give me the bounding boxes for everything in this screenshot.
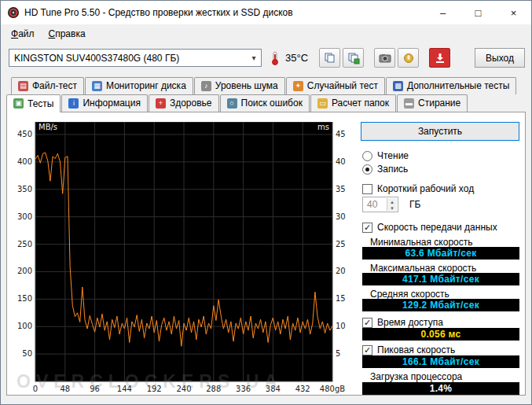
titlebar: HD Tune Pro 5.50 - Средство проверки жес… — [1, 1, 531, 24]
svg-text:MB/s: MB/s — [39, 123, 57, 131]
drive-select[interactable]: KINGSTON SUV400S37480G (480 ГБ) ▾ — [9, 49, 262, 67]
menu-file[interactable]: Файл — [4, 26, 42, 42]
radio-read[interactable]: Чтение — [362, 150, 409, 161]
menu-help[interactable]: Справка — [42, 26, 93, 42]
radio-read-indicator — [362, 151, 372, 161]
radio-write-indicator — [362, 164, 372, 175]
tab-info[interactable]: iИнформация — [61, 94, 147, 112]
svg-text:288: 288 — [206, 385, 221, 393]
svg-text:10: 10 — [336, 322, 346, 330]
svg-text:200: 200 — [17, 267, 32, 275]
spin-up-button[interactable]: ▴ — [387, 198, 397, 204]
drive-select-value: KINGSTON SUV400S37480G (480 ГБ) — [14, 53, 247, 64]
tab-label: Мониторинг диска — [106, 80, 186, 91]
access-time-label: Время доступа — [377, 317, 443, 328]
menubar: ФайлСправка — [1, 24, 531, 42]
svg-text:35: 35 — [336, 185, 346, 193]
svg-text:0: 0 — [33, 385, 38, 393]
tab-label: Стирание — [418, 98, 460, 109]
checkbox-burst-rate[interactable]: Пиковая скорость — [362, 344, 455, 355]
svg-text:300: 300 — [17, 212, 32, 221]
svg-text:150: 150 — [17, 294, 32, 303]
svg-text:400: 400 — [17, 157, 32, 166]
checkbox-short-stroke[interactable]: Короткий рабочий ход — [362, 183, 474, 194]
max-speed-value: 417.1 Мбайт/сек — [362, 273, 519, 285]
tab-noise-level[interactable]: ♪Уровень шума — [194, 77, 285, 94]
burst-rate-label: Пиковая скорость — [377, 344, 455, 355]
checkbox-access-time[interactable]: Время доступа — [362, 317, 443, 328]
svg-text:48: 48 — [60, 385, 70, 393]
svg-text:5: 5 — [336, 349, 340, 358]
content-panel: 5051001015015200202502530030350354004045… — [6, 112, 526, 396]
short-stroke-checkbox-indicator — [362, 184, 372, 194]
window-title: HD Tune Pro 5.50 - Средство проверки жес… — [24, 7, 425, 18]
tab-row-2: ▣ТестыiИнформация+Здоровье○Поиск ошибок▭… — [6, 94, 526, 112]
copy-button[interactable] — [319, 48, 340, 68]
svg-text:350: 350 — [17, 185, 32, 193]
tab-control: ▤Файл-тест▦Мониторинг диска♪Уровень шума… — [6, 77, 526, 112]
tab-tests-icon: ▣ — [13, 98, 24, 109]
tab-extra-tests-icon: ▩ — [393, 81, 403, 91]
run-button[interactable]: Запустить — [361, 122, 519, 141]
tab-label: Информация — [83, 98, 140, 109]
minimize-button[interactable]: – — [425, 1, 460, 24]
tab-label: Случайный тест — [307, 80, 378, 91]
svg-text:45: 45 — [336, 130, 346, 138]
tab-extra-tests[interactable]: ▩Дополнительные тесты — [386, 77, 516, 94]
exit-button[interactable]: Выход — [475, 48, 525, 68]
tab-label: Файл-тест — [32, 80, 77, 91]
cpu-usage-value: 1.4% — [362, 382, 519, 395]
short-stroke-value-input[interactable]: 40 ▴ ▾ — [362, 197, 398, 212]
tab-noise-level-icon: ♪ — [201, 81, 211, 91]
hand-button[interactable] — [398, 48, 419, 68]
tab-folder-usage-icon: ▭ — [317, 98, 328, 109]
dropdown-arrow-icon: ▾ — [247, 53, 261, 62]
export-button[interactable] — [343, 48, 364, 68]
hand-icon — [402, 52, 415, 64]
tab-label: Дополнительные тесты — [407, 80, 509, 91]
camera-icon — [379, 52, 391, 64]
tab-folder-usage[interactable]: ▭Расчет папок — [310, 94, 396, 112]
svg-text:20: 20 — [336, 267, 346, 275]
tab-health-icon: + — [156, 98, 166, 109]
svg-text:30: 30 — [336, 212, 346, 221]
camera-button[interactable] — [374, 48, 395, 68]
short-stroke-label: Короткий рабочий ход — [377, 183, 474, 194]
tab-disk-monitor[interactable]: ▦Мониторинг диска — [85, 77, 193, 94]
radio-write[interactable]: Запись — [362, 164, 408, 175]
download-button[interactable] — [429, 48, 450, 68]
svg-text:336: 336 — [236, 385, 251, 393]
tab-health[interactable]: +Здоровье — [149, 94, 219, 112]
transfer-checkbox-indicator — [362, 223, 372, 233]
toolbar: KINGSTON SUV400S37480G (480 ГБ) ▾ 35°C В… — [1, 42, 531, 74]
tab-info-icon: i — [68, 98, 79, 109]
svg-text:15: 15 — [336, 294, 346, 303]
svg-text:384: 384 — [266, 385, 281, 393]
close-button[interactable]: × — [496, 1, 531, 24]
svg-text:480gB: 480gB — [320, 385, 345, 393]
tab-file-test[interactable]: ▤Файл-тест — [11, 77, 84, 94]
max-speed-label: Максимальная скорость — [370, 263, 476, 274]
burst-rate-value: 166.1 Мбайт/сек — [362, 355, 519, 368]
svg-text:192: 192 — [147, 385, 162, 393]
tab-disk-monitor-icon: ▦ — [92, 81, 102, 91]
svg-text:240: 240 — [176, 385, 191, 393]
radio-read-label: Чтение — [377, 150, 409, 161]
svg-text:450: 450 — [17, 130, 32, 138]
radio-write-label: Запись — [377, 164, 408, 175]
min-speed-value: 63.6 Мбайт/сек — [362, 247, 519, 260]
tab-erase[interactable]: ▬Стирание — [397, 94, 468, 112]
svg-text:50: 50 — [22, 349, 32, 358]
temperature-label: 35°C — [285, 52, 308, 64]
tab-tests[interactable]: ▣Тесты — [6, 94, 61, 112]
spin-down-button[interactable]: ▾ — [387, 204, 397, 211]
tab-error-scan[interactable]: ○Поиск ошибок — [220, 94, 310, 112]
maximize-button[interactable]: □ — [460, 1, 496, 24]
tab-random-test[interactable]: ✦Случайный тест — [286, 77, 385, 94]
avg-speed-label: Средняя скорость — [370, 289, 449, 300]
checkbox-transfer-speed[interactable]: Скорость передачи данных — [362, 222, 497, 233]
tab-random-test-icon: ✦ — [293, 81, 303, 91]
avg-speed-value: 129.2 Мбайт/сек — [362, 299, 519, 311]
tab-file-test-icon: ▤ — [18, 81, 28, 91]
benchmark-chart: 5051001015015200202502530030350354004045… — [9, 122, 351, 399]
